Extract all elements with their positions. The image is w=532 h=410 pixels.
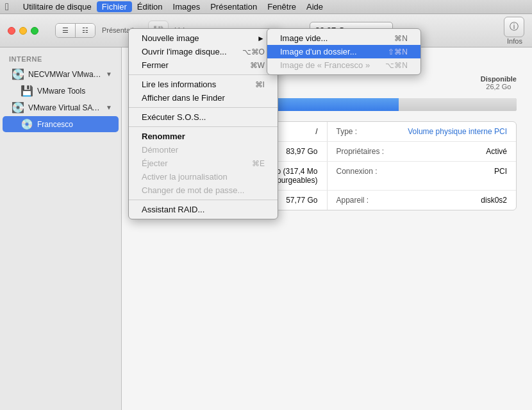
view-seg-list[interactable]: ☷ <box>76 24 95 37</box>
proprietaires-cell: Propriétaires : Activé <box>328 142 517 161</box>
menu-sep-3 <box>129 126 278 127</box>
lire-infos-shortcut: ⌘I <box>240 80 265 89</box>
francesco-disk-icon: 💿 <box>21 118 33 130</box>
afficher-finder-label: Afficher dans le Finder <box>142 93 225 103</box>
nec-arrow-icon: ▼ <box>106 71 112 78</box>
available-value: 26,2 Go <box>481 83 517 90</box>
menu-item-demonter: Démonter <box>129 143 278 157</box>
menu-sep-1 <box>129 74 278 75</box>
nouvelle-image-submenu: Image vide... ⌘N Image d'un dossier... ⇧… <box>267 28 421 75</box>
type-value: Volume physique interne PCI <box>401 127 508 136</box>
menu-item-changer-mdp: Changer de mot de passe... <box>129 184 278 197</box>
sidebar-item-vmware-sata[interactable]: 💽 VMware Virtual SATA... ▼ <box>3 99 119 115</box>
activer-journal-label: Activer la journalisation <box>142 172 228 182</box>
menu-item-ouvrir-image[interactable]: Ouvrir l'image disque... ⌥⌘O <box>129 45 278 58</box>
menu-item-image-francesco: Image de « Francesco » ⌥⌘N <box>267 58 420 72</box>
minimize-button[interactable] <box>19 27 27 35</box>
nec-label: NECVMWar VMware... <box>28 70 102 79</box>
menubar-edition[interactable]: Édition <box>132 1 168 12</box>
sidebar-item-nec[interactable]: 💽 NECVMWar VMware... ▼ <box>3 66 119 82</box>
assistant-raid-label: Assistant RAID... <box>142 205 204 214</box>
view-segmented-control: ☰ ☷ <box>55 23 96 38</box>
menu-item-fermer[interactable]: Fermer ⌘W <box>129 58 278 72</box>
image-dossier-label: Image d'un dossier... <box>280 47 357 56</box>
menu-item-nouvelle-image[interactable]: Nouvelle image ► <box>129 31 278 45</box>
menu-item-ejecter: Éjecter ⌘E <box>129 157 278 170</box>
fermer-label: Fermer <box>142 60 169 70</box>
main-window: ☰ ☷ Présentation 💾 Volume 83,97 Go ▼ ⓘ I… <box>0 14 532 410</box>
type-label: Type : <box>337 127 401 136</box>
appareil-cell: Appareil : disk0s2 <box>328 191 517 210</box>
close-button[interactable] <box>8 27 15 35</box>
renommer-label: Renommer <box>142 132 185 141</box>
appareil-label: Appareil : <box>337 196 401 205</box>
image-vide-shortcut: ⌘N <box>379 34 408 43</box>
sidebar-section-interne: Interne <box>0 53 121 65</box>
fullscreen-button[interactable] <box>31 27 38 35</box>
fichier-menu-popup: Nouvelle image ► Ouvrir l'image disque..… <box>128 28 278 219</box>
image-francesco-label: Image de « Francesco » <box>280 60 370 70</box>
ejecter-label: Éjecter <box>142 158 167 168</box>
appareil-value: disk0s2 <box>401 196 508 205</box>
menu-item-renommer[interactable]: Renommer <box>129 130 278 143</box>
ouvrir-image-label: Ouvrir l'image disque... <box>142 47 227 56</box>
menubar-fichier[interactable]: Fichier <box>97 1 132 12</box>
menubar-aide[interactable]: Aide <box>301 1 328 12</box>
ejecter-shortcut: ⌘E <box>237 159 265 168</box>
traffic-lights <box>8 27 38 35</box>
menubar-fenetre[interactable]: Fenêtre <box>262 1 301 12</box>
vmware-tools-disk-icon: 💾 <box>21 85 33 97</box>
sidebar: Interne 💽 NECVMWar VMware... ▼ 💾 VMware … <box>0 47 122 410</box>
menubar-presentation[interactable]: Présentation <box>205 1 262 12</box>
storage-bar-available <box>399 98 517 111</box>
sidebar-item-francesco[interactable]: 💿 Francesco <box>3 116 119 132</box>
type-cell: Type : Volume physique interne PCI <box>328 122 517 141</box>
vmware-sata-disk-icon: 💽 <box>12 101 24 114</box>
vmware-sata-label: VMware Virtual SATA... <box>28 103 102 112</box>
sidebar-item-vmware-tools[interactable]: 💾 VMware Tools <box>3 83 119 99</box>
changer-mdp-label: Changer de mot de passe... <box>142 185 244 195</box>
fermer-shortcut: ⌘W <box>235 61 265 70</box>
image-dossier-shortcut: ⇧⌘N <box>372 47 408 56</box>
menu-item-executer-sos[interactable]: Exécuter S.O.S... <box>129 110 278 124</box>
menubar-app[interactable]: Utilitaire de disque <box>18 1 97 12</box>
image-vide-label: Image vide... <box>280 33 328 43</box>
demonter-label: Démonter <box>142 145 178 155</box>
available-label: Disponible <box>481 75 517 83</box>
nouvelle-image-label: Nouvelle image <box>142 33 199 43</box>
francesco-label: Francesco <box>37 120 73 129</box>
menu-item-image-vide[interactable]: Image vide... ⌘N <box>267 31 420 45</box>
menu-sep-4 <box>129 200 278 200</box>
infos-label: Infos <box>507 37 522 45</box>
ouvrir-image-shortcut: ⌥⌘O <box>227 47 265 56</box>
menubar-images[interactable]: Images <box>168 1 206 12</box>
view-seg-icon[interactable]: ☰ <box>56 24 76 37</box>
info-button[interactable]: ⓘ <box>504 17 524 37</box>
nec-disk-icon: 💽 <box>12 68 24 80</box>
vmware-sata-arrow-icon: ▼ <box>106 104 112 111</box>
menu-item-afficher-finder[interactable]: Afficher dans le Finder <box>129 91 278 105</box>
nouvelle-image-arrow-icon: ► <box>257 34 265 43</box>
connexion-label: Connexion : <box>337 167 401 176</box>
menu-sep-2 <box>129 107 278 108</box>
menu-item-image-dossier[interactable]: Image d'un dossier... ⇧⌘N <box>267 45 420 58</box>
proprietaires-value: Activé <box>401 147 508 156</box>
executer-sos-label: Exécuter S.O.S... <box>142 112 206 122</box>
menu-item-lire-infos[interactable]: Lire les informations ⌘I <box>129 78 278 91</box>
image-francesco-shortcut: ⌥⌘N <box>370 61 408 70</box>
connexion-cell: Connexion : PCI <box>328 162 517 190</box>
proprietaires-label: Propriétaires : <box>337 147 401 156</box>
menu-item-activer-journal: Activer la journalisation <box>129 170 278 184</box>
apple-menu-icon[interactable]:  <box>5 1 9 13</box>
connexion-value: PCI <box>401 167 508 176</box>
lire-infos-label: Lire les informations <box>142 80 216 89</box>
menu-item-assistant-raid[interactable]: Assistant RAID... <box>129 203 278 216</box>
vmware-tools-label: VMware Tools <box>37 87 85 96</box>
info-btn-group: ⓘ Infos <box>504 17 524 45</box>
menubar:  Utilitaire de disque Fichier Édition I… <box>0 0 532 14</box>
